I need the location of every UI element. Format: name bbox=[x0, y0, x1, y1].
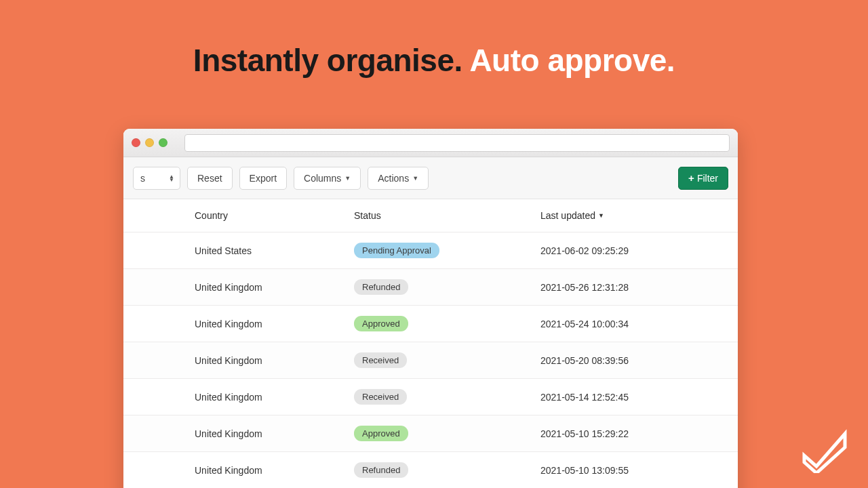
reset-button[interactable]: Reset bbox=[187, 167, 233, 190]
cell-last-updated: 2021-05-24 10:00:34 bbox=[540, 319, 738, 329]
cell-last-updated: 2021-05-10 13:09:55 bbox=[540, 465, 738, 476]
address-bar[interactable] bbox=[184, 134, 730, 152]
actions-label: Actions bbox=[378, 173, 409, 184]
sort-desc-icon: ▼ bbox=[598, 212, 604, 219]
table-row[interactable]: United KingdomReceived2021-05-20 08:39:5… bbox=[123, 342, 738, 379]
browser-titlebar bbox=[123, 129, 738, 157]
caret-updown-icon: ▲▼ bbox=[169, 175, 174, 182]
status-badge: Approved bbox=[354, 426, 408, 441]
table-row[interactable]: United KingdomRefunded2021-05-26 12:31:2… bbox=[123, 269, 738, 306]
page-size-label: s bbox=[140, 173, 145, 184]
checkmark-logo-icon bbox=[800, 428, 849, 473]
traffic-light-zoom-icon[interactable] bbox=[159, 138, 167, 147]
cell-country: United Kingdom bbox=[195, 319, 354, 329]
toolbar: s ▲▼ Reset Export Columns ▼ Actions ▼ + … bbox=[123, 157, 738, 199]
col-last-updated[interactable]: Last updated ▼ bbox=[540, 210, 738, 221]
table-header-row: Country Status Last updated ▼ bbox=[123, 199, 738, 232]
cell-status: Approved bbox=[354, 316, 540, 331]
headline-part-2: Auto approve. bbox=[469, 43, 675, 78]
orders-table: Country Status Last updated ▼ United Sta… bbox=[123, 199, 738, 488]
status-badge: Refunded bbox=[354, 279, 408, 295]
cell-last-updated: 2021-05-14 12:52:45 bbox=[540, 392, 738, 403]
columns-label: Columns bbox=[304, 173, 341, 184]
status-badge: Received bbox=[354, 389, 407, 405]
cell-country: United States bbox=[195, 245, 354, 256]
hero-headline: Instantly organise. Auto approve. bbox=[0, 42, 868, 79]
traffic-light-close-icon[interactable] bbox=[132, 138, 140, 147]
actions-button[interactable]: Actions ▼ bbox=[368, 167, 429, 190]
caret-down-icon: ▼ bbox=[412, 175, 418, 182]
col-country[interactable]: Country bbox=[195, 210, 354, 221]
cell-status: Received bbox=[354, 352, 540, 368]
cell-status: Refunded bbox=[354, 462, 540, 478]
table-row[interactable]: United StatesPending Approval2021-06-02 … bbox=[123, 232, 738, 269]
cell-last-updated: 2021-06-02 09:25:29 bbox=[540, 245, 738, 256]
columns-button[interactable]: Columns ▼ bbox=[294, 167, 361, 190]
cell-country: United Kingdom bbox=[195, 465, 354, 476]
filter-label: Filter bbox=[697, 173, 718, 184]
status-badge: Approved bbox=[354, 316, 408, 331]
headline-part-1: Instantly organise. bbox=[193, 43, 462, 78]
table-row[interactable]: United KingdomApproved2021-05-24 10:00:3… bbox=[123, 306, 738, 342]
table-row[interactable]: United KingdomReceived2021-05-14 12:52:4… bbox=[123, 379, 738, 415]
cell-country: United Kingdom bbox=[195, 428, 354, 439]
cell-status: Received bbox=[354, 389, 540, 405]
table-row[interactable]: United KingdomApproved2021-05-10 15:29:2… bbox=[123, 415, 738, 452]
cell-last-updated: 2021-05-10 15:29:22 bbox=[540, 428, 738, 439]
page-size-select[interactable]: s ▲▼ bbox=[133, 167, 180, 190]
export-label: Export bbox=[250, 173, 277, 184]
cell-status: Refunded bbox=[354, 279, 540, 295]
cell-status: Pending Approval bbox=[354, 243, 540, 258]
browser-window: s ▲▼ Reset Export Columns ▼ Actions ▼ + … bbox=[123, 129, 738, 488]
cell-country: United Kingdom bbox=[195, 392, 354, 403]
cell-country: United Kingdom bbox=[195, 282, 354, 293]
export-button[interactable]: Export bbox=[239, 167, 287, 190]
table-row[interactable]: United KingdomRefunded2021-05-10 13:09:5… bbox=[123, 452, 738, 488]
col-last-updated-label: Last updated bbox=[540, 210, 595, 221]
cell-last-updated: 2021-05-20 08:39:56 bbox=[540, 355, 738, 366]
plus-icon: + bbox=[688, 172, 694, 184]
cell-last-updated: 2021-05-26 12:31:28 bbox=[540, 282, 738, 293]
status-badge: Pending Approval bbox=[354, 243, 439, 258]
cell-status: Approved bbox=[354, 426, 540, 441]
status-badge: Received bbox=[354, 352, 407, 368]
reset-label: Reset bbox=[197, 173, 222, 184]
traffic-light-minimize-icon[interactable] bbox=[145, 138, 154, 147]
filter-button[interactable]: + Filter bbox=[678, 167, 728, 190]
caret-down-icon: ▼ bbox=[344, 175, 351, 182]
status-badge: Refunded bbox=[354, 462, 408, 478]
cell-country: United Kingdom bbox=[195, 355, 354, 366]
col-status[interactable]: Status bbox=[354, 210, 540, 221]
